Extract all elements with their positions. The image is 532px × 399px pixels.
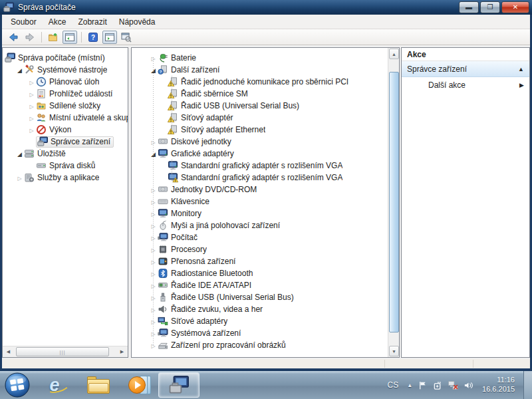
expand-icon[interactable] (149, 221, 158, 229)
clock[interactable]: 11:16 16.6.2015 (482, 376, 515, 394)
expand-icon[interactable] (149, 281, 158, 289)
device-item[interactable]: Síťový adaptér (132, 112, 399, 124)
device-category-disk-drives[interactable]: Diskové jednotky (132, 136, 399, 148)
tree-item-performance[interactable]: Výkon (3, 124, 128, 136)
back-button[interactable] (6, 31, 21, 44)
device-category-other-devices[interactable]: Další zařízení (132, 64, 399, 76)
actions-section-device-manager[interactable]: Správce zařízení ▲ (402, 61, 529, 77)
title-bar[interactable]: Správa počítače ▬ ❐ ✕ (0, 0, 532, 15)
network-disconnected-icon[interactable] (448, 380, 458, 390)
device-category-bluetooth[interactable]: Radiostanice Bluetooth (132, 267, 399, 279)
expand-icon[interactable] (149, 209, 158, 217)
device-category-network[interactable]: Síťové adaptéry (132, 315, 399, 327)
collapse-icon[interactable] (15, 150, 24, 158)
actions-item-more-actions[interactable]: Další akce ▶ (402, 77, 529, 93)
action-center-flag-icon[interactable] (417, 380, 428, 390)
start-button[interactable] (4, 372, 31, 398)
language-indicator[interactable]: CS (387, 380, 402, 390)
taskbar-windows-explorer[interactable] (84, 372, 113, 398)
console-window-button[interactable] (119, 31, 134, 44)
tree-item-disk-management[interactable]: Správa disků (3, 160, 128, 172)
device-category-ide[interactable]: Řadiče IDE ATA/ATAPI (132, 279, 399, 291)
device-item[interactable]: Standardní grafický adaptér s rozlišením… (132, 172, 399, 184)
device-category-usb[interactable]: Řadiče USB (Universal Serial Bus) (132, 291, 399, 303)
expand-icon[interactable] (27, 114, 36, 122)
expand-icon[interactable] (27, 126, 36, 134)
expand-icon[interactable] (149, 233, 158, 241)
expand-icon[interactable] (27, 102, 36, 110)
volume-icon[interactable] (463, 380, 473, 390)
restore-button[interactable]: ❐ (480, 1, 500, 13)
tree-item-storage[interactable]: Úložiště (3, 148, 128, 160)
scroll-up-button[interactable]: ▲ (389, 49, 399, 59)
expand-icon[interactable] (149, 269, 158, 277)
tree-item-event-viewer[interactable]: Prohlížeč událostí (3, 88, 128, 100)
expand-icon[interactable] (149, 341, 158, 349)
expand-icon[interactable] (149, 329, 158, 337)
tree-item-local-users[interactable]: Místní uživatelé a skupiny (3, 112, 128, 124)
device-category-sound[interactable]: Řadiče zvuku, videa a her (132, 303, 399, 315)
expand-icon[interactable] (149, 257, 158, 265)
device-category-system[interactable]: Systémová zařízení (132, 327, 399, 339)
device-category-mice[interactable]: Myši a jiná polohovací zařízení (132, 219, 399, 231)
scroll-right-button[interactable]: ▶ (117, 347, 127, 356)
expand-icon[interactable] (27, 78, 36, 86)
collapse-icon[interactable] (149, 66, 158, 74)
hidden-icons-button[interactable]: ▲ (407, 382, 412, 388)
expand-icon[interactable] (149, 54, 158, 62)
device-category-display-adapters[interactable]: Grafické adaptéry (132, 148, 399, 160)
up-one-level-button[interactable] (46, 31, 61, 44)
minimize-button[interactable]: ▬ (459, 1, 479, 13)
show-hide-action-pane-button[interactable] (102, 31, 117, 44)
horizontal-scrollbar[interactable]: ◀ ||| ▶ (3, 346, 128, 357)
scrollbar-thumb[interactable] (389, 72, 399, 332)
collapse-icon[interactable] (15, 66, 24, 74)
vertical-scrollbar[interactable]: ▲ ▼ (388, 48, 399, 357)
taskbar-computer-management-active[interactable] (158, 372, 200, 398)
menu-akce[interactable]: Akce (43, 15, 72, 29)
tree-item-shared-folders[interactable]: Sdílené složky (3, 100, 128, 112)
tree-item-device-manager[interactable]: Správce zařízení (3, 136, 128, 148)
menu-zobrazit[interactable]: Zobrazit (72, 15, 112, 29)
device-category-keyboards[interactable]: Klávesnice (132, 196, 399, 207)
menu-soubor[interactable]: Soubor (5, 15, 43, 29)
device-item[interactable]: Standardní grafický adaptér s rozlišením… (132, 160, 399, 172)
expand-icon[interactable] (15, 174, 24, 182)
expand-icon[interactable] (149, 305, 158, 313)
power-plug-icon[interactable] (432, 380, 443, 390)
tree-item-computer-management[interactable]: Správa počítače (místní) (3, 52, 128, 64)
tree-item-system-tools[interactable]: Systémové nástroje (3, 64, 128, 76)
expand-icon[interactable] (27, 90, 36, 98)
taskbar-internet-explorer[interactable]: e (40, 372, 69, 398)
device-category-batteries[interactable]: Baterie (132, 52, 399, 64)
device-item[interactable]: Řadič USB (Universal Serial Bus) (132, 100, 399, 112)
forward-button[interactable] (23, 31, 37, 44)
tree-item-task-scheduler[interactable]: Plánovač úloh (3, 76, 128, 88)
expand-icon[interactable] (149, 317, 158, 325)
device-category-portable[interactable]: Přenosná zařízení (132, 255, 399, 267)
collapse-section-icon[interactable]: ▲ (518, 66, 524, 72)
scroll-down-button[interactable]: ▼ (389, 346, 399, 356)
selected-item-highlight[interactable]: Správce zařízení (36, 136, 114, 148)
show-hide-console-tree-button[interactable] (63, 31, 77, 44)
expand-icon[interactable] (149, 198, 158, 205)
device-item[interactable]: Řadič jednoduché komunikace pro sběrnici… (132, 76, 399, 88)
expand-icon[interactable] (149, 186, 158, 194)
scrollbar-thumb[interactable]: ||| (16, 347, 109, 356)
device-category-dvd[interactable]: Jednotky DVD/CD-ROM (132, 184, 399, 196)
device-category-monitors[interactable]: Monitory (132, 207, 399, 219)
device-category-imaging[interactable]: Zařízení pro zpracování obrázků (132, 339, 399, 351)
expand-icon[interactable] (149, 293, 158, 301)
expand-icon[interactable] (149, 138, 158, 146)
tree-item-services-apps[interactable]: Služby a aplikace (3, 172, 128, 184)
collapse-icon[interactable] (149, 150, 158, 158)
scroll-left-button[interactable]: ◀ (3, 347, 13, 356)
expand-icon[interactable] (149, 245, 158, 253)
device-item[interactable]: Řadič sběrnice SM (132, 88, 399, 100)
taskbar-media-player[interactable] (125, 372, 154, 398)
menu-napoveda[interactable]: Nápověda (113, 15, 162, 29)
close-button[interactable]: ✕ (501, 1, 529, 13)
device-category-processors[interactable]: Procesory (132, 243, 399, 255)
device-item[interactable]: Síťový adaptér Ethernet (132, 124, 399, 136)
device-category-computer[interactable]: Počítač (132, 231, 399, 243)
